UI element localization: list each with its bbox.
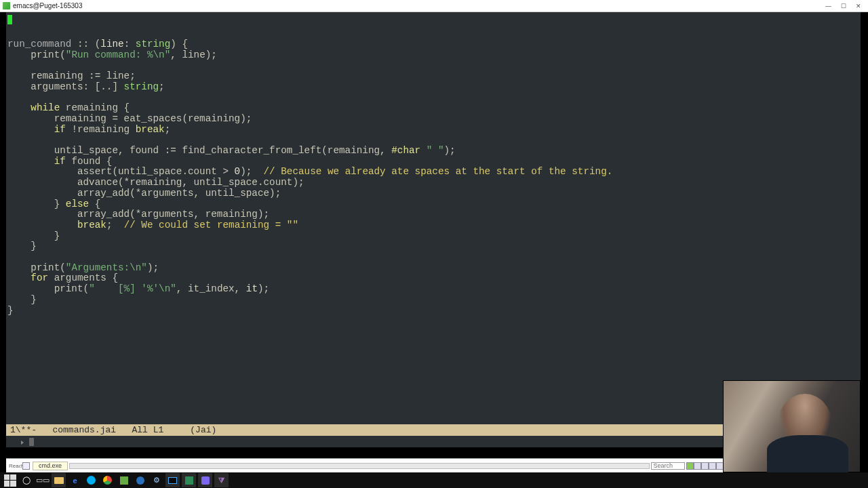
- terminal-icon[interactable]: [165, 473, 180, 487]
- minibuffer-cursor: [29, 438, 34, 446]
- modeline-filename: commands.jai: [52, 425, 116, 435]
- taskview-icon[interactable]: ▭▭: [35, 473, 50, 487]
- start-button[interactable]: [3, 473, 17, 487]
- window-controls: — ☐ ✕: [825, 0, 868, 12]
- app-icon-green[interactable]: [182, 473, 196, 487]
- window-title: emacs@Puget-165303: [13, 2, 82, 9]
- modeline-modified: 1\**-: [10, 425, 37, 435]
- cmd-search-opt-icon[interactable]: [686, 462, 694, 470]
- cmd-scroll-track[interactable]: [69, 463, 650, 469]
- cortana-icon[interactable]: ◯: [19, 473, 33, 487]
- cmd-tab[interactable]: cmd.exe: [33, 462, 68, 470]
- cmd-toolbar-icons: [22, 462, 30, 470]
- app-favicon: [3, 2, 10, 9]
- visualstudio-icon[interactable]: ⧩: [214, 473, 229, 487]
- cmd-search-input[interactable]: [651, 462, 685, 470]
- cmd-search-prev-icon[interactable]: [694, 462, 701, 470]
- maximize-button[interactable]: ☐: [841, 3, 846, 9]
- webcam-overlay: [723, 380, 861, 472]
- app-icon-3[interactable]: ⚙: [149, 473, 163, 487]
- cmd-toolbar-icon[interactable]: [22, 462, 30, 470]
- chrome-icon[interactable]: [100, 473, 115, 487]
- cmd-search-close-icon[interactable]: [709, 462, 716, 470]
- modeline-position: All L1: [132, 425, 163, 435]
- close-button[interactable]: ✕: [856, 3, 861, 9]
- windows-taskbar: ◯ ▭▭ e ⚙ ⧩: [0, 472, 868, 488]
- explorer-icon[interactable]: [52, 473, 66, 487]
- cmd-search-next-icon[interactable]: [701, 462, 709, 470]
- cmd-tab-label: cmd.exe: [39, 462, 62, 469]
- app-icon-1[interactable]: [117, 473, 131, 487]
- modeline-mode: (Jai): [190, 425, 216, 435]
- code-buffer[interactable]: run_command :: (line: string) { print("R…: [6, 12, 861, 424]
- cmd-status-ready: Ready: [9, 463, 17, 469]
- window-titlebar: emacs@Puget-165303 — ☐ ✕: [0, 0, 868, 12]
- skype-icon[interactable]: [84, 473, 98, 487]
- emacs-icon[interactable]: [198, 473, 212, 487]
- minimize-button[interactable]: —: [825, 3, 831, 9]
- app-icon-2[interactable]: [133, 473, 147, 487]
- edge-icon[interactable]: e: [68, 473, 82, 487]
